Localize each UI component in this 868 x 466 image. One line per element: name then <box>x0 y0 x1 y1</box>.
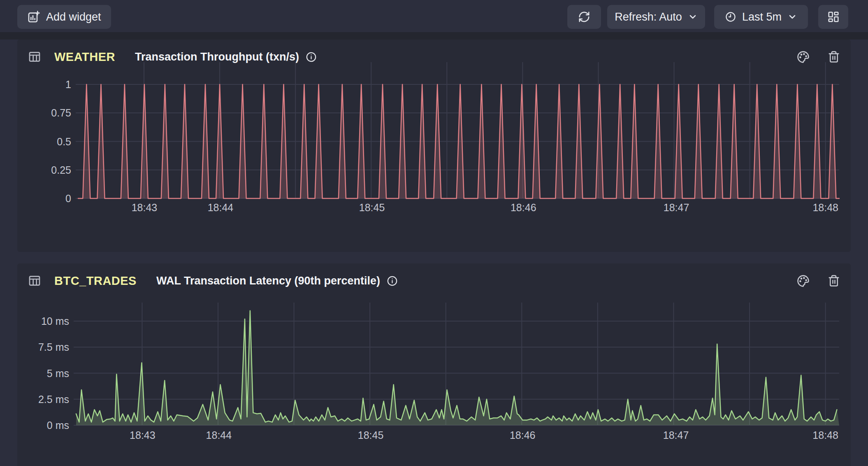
latency-chart[interactable]: 10 ms7.5 ms5 ms2.5 ms0 ms18:4318:4418:45… <box>17 263 851 466</box>
svg-text:18:47: 18:47 <box>664 202 689 213</box>
svg-text:0.25: 0.25 <box>51 164 71 176</box>
svg-text:18:43: 18:43 <box>132 202 158 213</box>
svg-text:18:46: 18:46 <box>510 429 536 441</box>
add-chart-icon <box>27 10 40 23</box>
widget-panel-throughput: WEATHER Transaction Throughput (txn/s) <box>17 40 851 252</box>
svg-text:18:45: 18:45 <box>358 429 384 441</box>
svg-text:0.75: 0.75 <box>51 107 71 119</box>
layout-dashboard-icon <box>827 11 840 23</box>
layout-grid-button[interactable] <box>818 5 848 29</box>
svg-text:18:44: 18:44 <box>206 429 232 441</box>
metrics-dashboard: Add widget Refresh: Auto Last 5m <box>0 0 868 466</box>
svg-text:7.5 ms: 7.5 ms <box>38 341 69 353</box>
svg-text:18:45: 18:45 <box>359 202 385 213</box>
svg-text:18:44: 18:44 <box>208 202 234 213</box>
svg-text:2.5 ms: 2.5 ms <box>38 394 69 405</box>
time-range-dropdown[interactable]: Last 5m <box>714 5 808 29</box>
throughput-chart[interactable]: 10.750.50.25018:4318:4418:4518:4618:4718… <box>17 40 851 252</box>
svg-text:18:48: 18:48 <box>812 202 838 213</box>
svg-text:10 ms: 10 ms <box>41 315 69 327</box>
chevron-down-icon <box>787 12 797 22</box>
svg-text:18:47: 18:47 <box>663 429 689 441</box>
svg-text:0: 0 <box>65 193 71 204</box>
svg-text:0.5: 0.5 <box>57 136 71 147</box>
toolbar-divider <box>0 32 868 40</box>
refresh-icon <box>578 11 590 23</box>
chevron-down-icon <box>688 12 698 22</box>
svg-text:0 ms: 0 ms <box>47 419 69 431</box>
svg-text:18:48: 18:48 <box>812 429 838 441</box>
clock-icon <box>725 11 736 23</box>
svg-text:18:46: 18:46 <box>511 202 536 213</box>
svg-text:18:43: 18:43 <box>130 429 155 441</box>
svg-text:1: 1 <box>65 79 71 90</box>
add-widget-button[interactable]: Add widget <box>17 5 111 29</box>
refresh-button[interactable] <box>567 5 601 29</box>
refresh-mode-label: Refresh: Auto <box>615 11 682 23</box>
toolbar: Add widget Refresh: Auto Last 5m <box>0 0 868 32</box>
add-widget-label: Add widget <box>46 11 101 23</box>
time-range-label: Last 5m <box>742 11 782 23</box>
refresh-mode-dropdown[interactable]: Refresh: Auto <box>607 5 705 29</box>
widget-panel-latency: BTC_TRADES WAL Transaction Latency (90th… <box>17 263 851 466</box>
svg-text:5 ms: 5 ms <box>47 368 69 379</box>
